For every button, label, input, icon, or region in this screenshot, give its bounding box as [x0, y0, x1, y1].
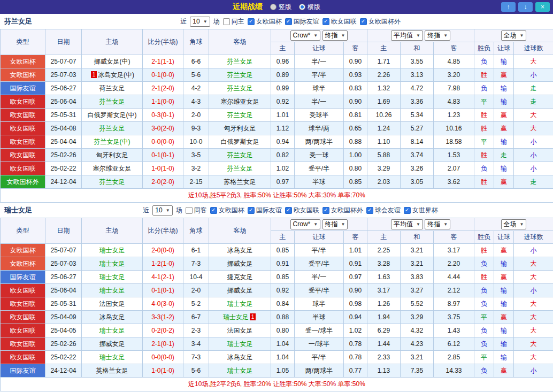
- avg-draw-odds: 3.21: [401, 351, 434, 364]
- team-label: 芬兰女足: [99, 125, 125, 132]
- handicap-line: 球半/两: [295, 122, 344, 135]
- average-time-select[interactable]: 终指▼: [425, 219, 450, 229]
- chevron-down-icon: ▼: [203, 19, 208, 24]
- competition-label: 欧女国联: [331, 17, 357, 26]
- radio-vertical-label: 竖版: [279, 3, 291, 12]
- competition-checkbox[interactable]: ✓女欧国杯外: [360, 17, 401, 26]
- avg-home-odds: 1.69: [367, 95, 401, 109]
- result-handicap: 输: [494, 337, 514, 351]
- competition-checkbox[interactable]: ✓国际友谊: [248, 206, 282, 215]
- handicap-line: 平/半: [295, 351, 344, 364]
- avg-home-odds: 3.28: [367, 257, 401, 271]
- move-up-button[interactable]: ↑: [501, 2, 516, 12]
- match-count-select[interactable]: 10 ▼: [152, 205, 172, 216]
- avg-draw-odds: 3.21: [401, 244, 434, 257]
- home-team-cell: 荷兰女足: [82, 82, 143, 95]
- team-label: 冰岛女足: [227, 353, 253, 361]
- away-team-cell: 冰岛女足: [209, 244, 271, 257]
- average-time-select[interactable]: 终指▼: [425, 30, 450, 41]
- col-header-home: 主场: [82, 29, 143, 55]
- handicap-line: 受一/球半: [295, 324, 344, 337]
- competition-checkbox[interactable]: ✓女世界杯: [404, 206, 438, 215]
- result-handicap: 赢: [494, 109, 514, 122]
- col-header-home: 主场: [82, 218, 143, 244]
- competition-checkbox[interactable]: ✓国际友谊: [285, 17, 319, 26]
- result-handicap: 输: [494, 351, 514, 364]
- home-odds: 1.12: [271, 122, 295, 135]
- result-goals: 小: [514, 149, 553, 162]
- team-label: 瑞士女足: [99, 287, 125, 294]
- match-score: 0-3(0-1): [143, 109, 183, 122]
- team-label: 芬兰女足: [227, 71, 253, 79]
- close-button[interactable]: ×: [535, 2, 550, 12]
- corner-count: 6-6: [183, 55, 209, 68]
- avg-home-odds: 6.29: [367, 324, 401, 337]
- match-score: 3-3(1-2): [143, 311, 183, 324]
- away-team-cell: 法国女足: [209, 324, 271, 337]
- match-date: 25-05-31: [45, 109, 82, 122]
- same-home-checkbox[interactable]: 同主: [223, 17, 244, 26]
- competition-checkbox[interactable]: ✓女欧国杯外: [322, 206, 363, 215]
- corner-count: 2-0: [183, 109, 209, 122]
- same-away-checkbox[interactable]: 同客: [186, 206, 207, 215]
- avg-draw-odds: 5.27: [401, 122, 434, 135]
- fulltime-select[interactable]: 全场▼: [501, 30, 527, 41]
- radio-horizontal-layout[interactable]: 横版: [299, 3, 320, 12]
- competition-checkbox[interactable]: ✓女欧国杯: [210, 206, 244, 215]
- competition-type-badge: 女欧国杯: [1, 55, 45, 68]
- team-label: 塞尔维亚女足: [221, 98, 259, 105]
- home-odds: 1.01: [271, 109, 295, 122]
- subcol-home-odds: 主: [271, 42, 295, 55]
- odds-time-select[interactable]: 终指▼: [322, 30, 348, 41]
- col-header-type: 类型: [1, 218, 45, 244]
- avg-away-odds: 8.97: [434, 297, 474, 311]
- match-row: 欧女国联25-04-08芬兰女足3-0(2-0)9-3匈牙利女足1.12球半/两…: [1, 122, 553, 135]
- match-score: 0-2(0-2): [143, 324, 183, 337]
- matches-table-finland: 类型 日期 主场 比分(半场) 角球 客场 Crow*▼ 终指▼ 平均值▼ 终指…: [0, 29, 553, 203]
- down-arrow-icon: ↓: [524, 3, 527, 11]
- competition-checkbox[interactable]: ✓女欧国杯: [248, 17, 282, 26]
- move-down-button[interactable]: ↓: [518, 2, 533, 12]
- competition-checkbox[interactable]: ✓欧女国联: [322, 17, 357, 26]
- competition-checkbox[interactable]: ✓欧女国联: [285, 206, 319, 215]
- bookmaker-select[interactable]: Crow*▼: [290, 219, 321, 229]
- result-handicap: 赢: [494, 311, 514, 324]
- avg-home-odds: 2.03: [367, 175, 401, 189]
- chevron-down-icon: ▼: [416, 222, 420, 227]
- team-label: 白俄罗斯女足: [221, 138, 259, 145]
- col-header-away: 客场: [209, 218, 271, 244]
- checkbox-checked-icon: ✓: [366, 207, 373, 214]
- checkbox-checked-icon: ✓: [210, 207, 217, 214]
- home-team-cell: 1冰岛女足(中): [82, 68, 143, 82]
- competition-checkbox[interactable]: ✓球会友谊: [366, 206, 401, 215]
- team-label: 芬兰女足: [227, 151, 253, 159]
- away-team-cell: 芬兰女足: [209, 55, 271, 68]
- team-label: 瑞士女足: [99, 353, 125, 361]
- average-select[interactable]: 平均值▼: [391, 30, 423, 41]
- result-winloss: 负: [474, 162, 494, 175]
- avg-draw-odds: 8.14: [401, 135, 434, 149]
- col-header-date: 日期: [45, 29, 82, 55]
- odds-time-select[interactable]: 终指▼: [322, 219, 348, 229]
- competition-type-badge: 欧女国联: [1, 95, 45, 109]
- match-date: 25-02-22: [45, 162, 82, 175]
- average-select[interactable]: 平均值▼: [391, 219, 423, 229]
- bookmaker-select[interactable]: Crow*▼: [290, 30, 321, 41]
- result-handicap: 输: [494, 284, 514, 297]
- home-odds: 0.89: [271, 68, 295, 82]
- away-team-cell: 捷克女足: [209, 271, 271, 284]
- subcol-handicap: 让球: [295, 231, 344, 244]
- corner-count: 3-5: [183, 149, 209, 162]
- team-label: 挪威女足(中): [94, 58, 130, 65]
- avg-home-odds: 3.17: [367, 284, 401, 297]
- result-goals: 小: [514, 135, 553, 149]
- match-count-select[interactable]: 10 ▼: [190, 17, 210, 27]
- fulltime-select[interactable]: 全场▼: [501, 219, 527, 229]
- chevron-down-icon: ▼: [166, 208, 170, 213]
- avg-away-odds: 2.20: [434, 257, 474, 271]
- average-odds-group: 平均值▼ 终指▼: [367, 29, 474, 42]
- home-team-cell: 瑞士女足: [82, 324, 143, 337]
- team-label: 冰岛女足(中): [98, 71, 134, 79]
- match-row: 国际友谊24-12-04英格兰女足1-0(1-0)5-6瑞士女足1.05两/两球…: [1, 364, 553, 378]
- radio-vertical-layout[interactable]: 竖版: [270, 3, 291, 12]
